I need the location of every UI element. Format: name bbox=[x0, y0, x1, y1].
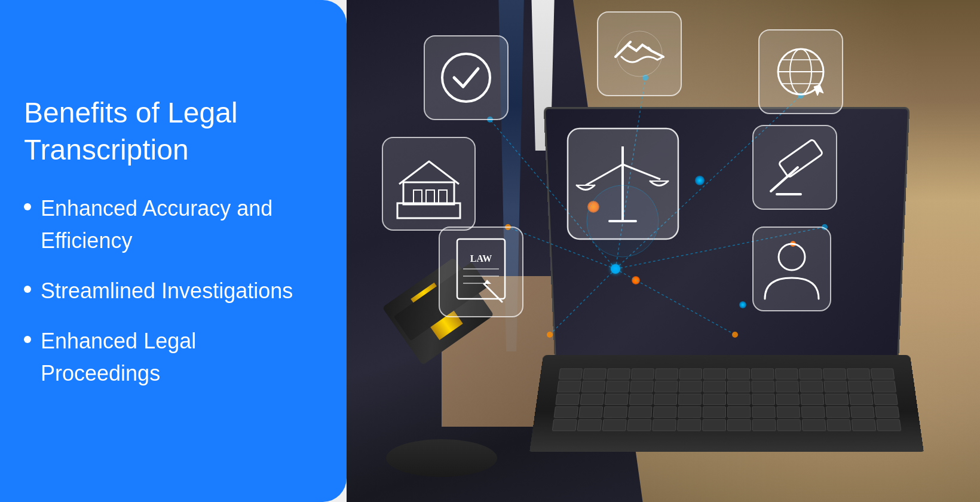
svg-point-18 bbox=[617, 31, 662, 76]
left-panel: Benefits of Legal Transcription Enhanced… bbox=[0, 0, 347, 502]
benefits-list: Enhanced Accuracy and Efficiency Streaml… bbox=[24, 192, 317, 408]
handshake-card bbox=[598, 12, 681, 96]
svg-point-9 bbox=[642, 75, 648, 81]
scene-background: LAW bbox=[347, 0, 980, 502]
gavel bbox=[378, 226, 537, 477]
glow-dot bbox=[587, 201, 599, 213]
laptop-screen bbox=[544, 107, 909, 357]
globe-card bbox=[759, 30, 843, 114]
bullet-icon bbox=[24, 286, 31, 293]
svg-point-20 bbox=[778, 49, 823, 94]
laptop-keyboard bbox=[552, 369, 901, 431]
glow-dot bbox=[632, 276, 640, 284]
benefit-text-3: Enhanced Legal Proceedings bbox=[41, 325, 317, 390]
gavel-base bbox=[386, 439, 497, 477]
list-item: Enhanced Accuracy and Efficiency bbox=[24, 192, 317, 257]
panel-title: Benefits of Legal Transcription bbox=[24, 94, 317, 169]
bullet-icon bbox=[24, 203, 31, 210]
list-item: Streamlined Investigations bbox=[24, 275, 317, 307]
glow-dot-blue bbox=[695, 176, 705, 185]
bullet-icon bbox=[24, 336, 31, 343]
benefit-text-2: Streamlined Investigations bbox=[41, 275, 293, 307]
right-panel: LAW bbox=[347, 0, 980, 502]
benefit-text-1: Enhanced Accuracy and Efficiency bbox=[41, 192, 317, 257]
svg-rect-19 bbox=[759, 30, 843, 114]
svg-rect-17 bbox=[598, 12, 681, 96]
svg-point-10 bbox=[798, 93, 804, 99]
list-item: Enhanced Legal Proceedings bbox=[24, 325, 317, 390]
laptop-base bbox=[529, 355, 924, 452]
svg-point-21 bbox=[790, 49, 811, 94]
